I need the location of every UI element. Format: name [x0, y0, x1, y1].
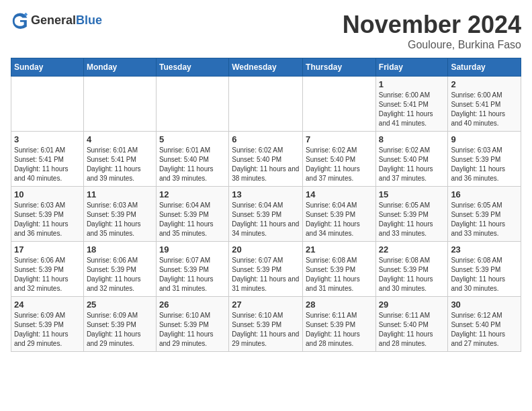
- day-info: Sunrise: 6:04 AM Sunset: 5:39 PM Dayligh…: [306, 201, 373, 238]
- day-info: Sunrise: 6:08 AM Sunset: 5:39 PM Dayligh…: [451, 256, 518, 293]
- day-info: Sunrise: 6:11 AM Sunset: 5:40 PM Dayligh…: [379, 311, 445, 349]
- calendar-cell: 17Sunrise: 6:06 AM Sunset: 5:39 PM Dayli…: [11, 242, 84, 297]
- day-info: Sunrise: 6:01 AM Sunset: 5:41 PM Dayligh…: [14, 146, 81, 183]
- day-number: 16: [451, 189, 518, 199]
- location-subtitle: Gouloure, Burkina Faso: [343, 39, 521, 51]
- logo: GeneralBlue: [11, 11, 102, 30]
- day-number: 3: [14, 134, 81, 144]
- calendar-cell: 9Sunrise: 6:03 AM Sunset: 5:39 PM Daylig…: [448, 132, 521, 187]
- calendar-cell: 11Sunrise: 6:03 AM Sunset: 5:39 PM Dayli…: [83, 187, 156, 242]
- day-info: Sunrise: 6:09 AM Sunset: 5:39 PM Dayligh…: [87, 311, 153, 349]
- title-area: November 2024 Gouloure, Burkina Faso: [343, 11, 521, 51]
- day-number: 2: [451, 79, 518, 89]
- day-info: Sunrise: 6:03 AM Sunset: 5:39 PM Dayligh…: [14, 201, 81, 238]
- calendar-cell: 16Sunrise: 6:05 AM Sunset: 5:39 PM Dayli…: [448, 187, 521, 242]
- day-number: 13: [232, 189, 300, 199]
- day-number: 19: [159, 244, 226, 255]
- day-number: 18: [87, 244, 153, 255]
- day-info: Sunrise: 6:10 AM Sunset: 5:39 PM Dayligh…: [159, 311, 226, 349]
- day-info: Sunrise: 6:05 AM Sunset: 5:39 PM Dayligh…: [451, 201, 518, 238]
- day-info: Sunrise: 6:05 AM Sunset: 5:39 PM Dayligh…: [379, 201, 445, 238]
- calendar-cell: 28Sunrise: 6:11 AM Sunset: 5:39 PM Dayli…: [303, 297, 376, 352]
- calendar-week-row: 1Sunrise: 6:00 AM Sunset: 5:41 PM Daylig…: [11, 77, 521, 132]
- day-number: 6: [232, 134, 300, 144]
- calendar-week-row: 17Sunrise: 6:06 AM Sunset: 5:39 PM Dayli…: [11, 242, 521, 297]
- day-number: 4: [87, 134, 153, 144]
- day-number: 1: [379, 79, 445, 89]
- day-info: Sunrise: 6:03 AM Sunset: 5:39 PM Dayligh…: [87, 201, 153, 238]
- day-info: Sunrise: 6:11 AM Sunset: 5:39 PM Dayligh…: [306, 311, 373, 349]
- calendar-cell: 29Sunrise: 6:11 AM Sunset: 5:40 PM Dayli…: [375, 297, 448, 352]
- day-info: Sunrise: 6:06 AM Sunset: 5:39 PM Dayligh…: [87, 256, 153, 293]
- day-info: Sunrise: 6:02 AM Sunset: 5:40 PM Dayligh…: [379, 146, 445, 183]
- calendar-cell: 6Sunrise: 6:02 AM Sunset: 5:40 PM Daylig…: [229, 132, 303, 187]
- calendar-cell: 21Sunrise: 6:08 AM Sunset: 5:39 PM Dayli…: [303, 242, 376, 297]
- day-info: Sunrise: 6:04 AM Sunset: 5:39 PM Dayligh…: [159, 201, 226, 238]
- day-number: 30: [451, 300, 518, 310]
- day-info: Sunrise: 6:02 AM Sunset: 5:40 PM Dayligh…: [232, 146, 300, 183]
- day-number: 26: [159, 300, 226, 310]
- day-info: Sunrise: 6:12 AM Sunset: 5:40 PM Dayligh…: [451, 311, 518, 349]
- day-info: Sunrise: 6:08 AM Sunset: 5:39 PM Dayligh…: [379, 256, 445, 293]
- calendar-cell: 19Sunrise: 6:07 AM Sunset: 5:39 PM Dayli…: [156, 242, 228, 297]
- logo-icon: [11, 11, 30, 30]
- day-number: 28: [306, 300, 373, 310]
- calendar-cell: 13Sunrise: 6:04 AM Sunset: 5:39 PM Dayli…: [229, 187, 303, 242]
- day-info: Sunrise: 6:02 AM Sunset: 5:40 PM Dayligh…: [306, 146, 373, 183]
- calendar-cell: 8Sunrise: 6:02 AM Sunset: 5:40 PM Daylig…: [375, 132, 448, 187]
- calendar-week-row: 24Sunrise: 6:09 AM Sunset: 5:39 PM Dayli…: [11, 297, 521, 352]
- day-number: 17: [14, 244, 81, 255]
- calendar-cell: 23Sunrise: 6:08 AM Sunset: 5:39 PM Dayli…: [448, 242, 521, 297]
- calendar-cell: 24Sunrise: 6:09 AM Sunset: 5:39 PM Dayli…: [11, 297, 84, 352]
- header-day-friday: Friday: [375, 58, 448, 77]
- day-info: Sunrise: 6:00 AM Sunset: 5:41 PM Dayligh…: [451, 91, 518, 128]
- day-info: Sunrise: 6:10 AM Sunset: 5:39 PM Dayligh…: [232, 311, 300, 349]
- calendar-week-row: 10Sunrise: 6:03 AM Sunset: 5:39 PM Dayli…: [11, 187, 521, 242]
- calendar-cell: 4Sunrise: 6:01 AM Sunset: 5:41 PM Daylig…: [83, 132, 156, 187]
- calendar-cell: 22Sunrise: 6:08 AM Sunset: 5:39 PM Dayli…: [375, 242, 448, 297]
- calendar-cell: 26Sunrise: 6:10 AM Sunset: 5:39 PM Dayli…: [156, 297, 228, 352]
- calendar-cell: 18Sunrise: 6:06 AM Sunset: 5:39 PM Dayli…: [83, 242, 156, 297]
- calendar: SundayMondayTuesdayWednesdayThursdayFrid…: [11, 58, 521, 352]
- header-day-tuesday: Tuesday: [156, 58, 228, 77]
- day-number: 8: [379, 134, 445, 144]
- day-number: 9: [451, 134, 518, 144]
- day-info: Sunrise: 6:09 AM Sunset: 5:39 PM Dayligh…: [14, 311, 81, 349]
- day-info: Sunrise: 6:07 AM Sunset: 5:39 PM Dayligh…: [159, 256, 226, 293]
- calendar-week-row: 3Sunrise: 6:01 AM Sunset: 5:41 PM Daylig…: [11, 132, 521, 187]
- day-number: 15: [379, 189, 445, 199]
- day-info: Sunrise: 6:00 AM Sunset: 5:41 PM Dayligh…: [379, 91, 445, 128]
- calendar-cell: [83, 77, 156, 132]
- header-day-thursday: Thursday: [303, 58, 376, 77]
- calendar-cell: 25Sunrise: 6:09 AM Sunset: 5:39 PM Dayli…: [83, 297, 156, 352]
- day-number: 11: [87, 189, 153, 199]
- calendar-cell: 14Sunrise: 6:04 AM Sunset: 5:39 PM Dayli…: [303, 187, 376, 242]
- day-number: 24: [14, 300, 81, 310]
- calendar-cell: [156, 77, 228, 132]
- header-day-sunday: Sunday: [11, 58, 84, 77]
- logo-text: GeneralBlue: [31, 13, 102, 28]
- day-info: Sunrise: 6:08 AM Sunset: 5:39 PM Dayligh…: [306, 256, 373, 293]
- day-number: 29: [379, 300, 445, 310]
- calendar-cell: 15Sunrise: 6:05 AM Sunset: 5:39 PM Dayli…: [375, 187, 448, 242]
- day-number: 25: [87, 300, 153, 310]
- header-day-monday: Monday: [83, 58, 156, 77]
- day-info: Sunrise: 6:07 AM Sunset: 5:39 PM Dayligh…: [232, 256, 300, 293]
- day-number: 7: [306, 134, 373, 144]
- calendar-cell: 1Sunrise: 6:00 AM Sunset: 5:41 PM Daylig…: [375, 77, 448, 132]
- day-info: Sunrise: 6:01 AM Sunset: 5:40 PM Dayligh…: [159, 146, 226, 183]
- calendar-cell: 5Sunrise: 6:01 AM Sunset: 5:40 PM Daylig…: [156, 132, 228, 187]
- day-number: 10: [14, 189, 81, 199]
- header-day-saturday: Saturday: [448, 58, 521, 77]
- day-number: 23: [451, 244, 518, 255]
- day-info: Sunrise: 6:06 AM Sunset: 5:39 PM Dayligh…: [14, 256, 81, 293]
- header-day-wednesday: Wednesday: [229, 58, 303, 77]
- calendar-cell: 20Sunrise: 6:07 AM Sunset: 5:39 PM Dayli…: [229, 242, 303, 297]
- calendar-cell: 7Sunrise: 6:02 AM Sunset: 5:40 PM Daylig…: [303, 132, 376, 187]
- day-number: 14: [306, 189, 373, 199]
- calendar-cell: 27Sunrise: 6:10 AM Sunset: 5:39 PM Dayli…: [229, 297, 303, 352]
- calendar-cell: 30Sunrise: 6:12 AM Sunset: 5:40 PM Dayli…: [448, 297, 521, 352]
- calendar-cell: 10Sunrise: 6:03 AM Sunset: 5:39 PM Dayli…: [11, 187, 84, 242]
- day-info: Sunrise: 6:04 AM Sunset: 5:39 PM Dayligh…: [232, 201, 300, 238]
- month-title: November 2024: [343, 11, 521, 39]
